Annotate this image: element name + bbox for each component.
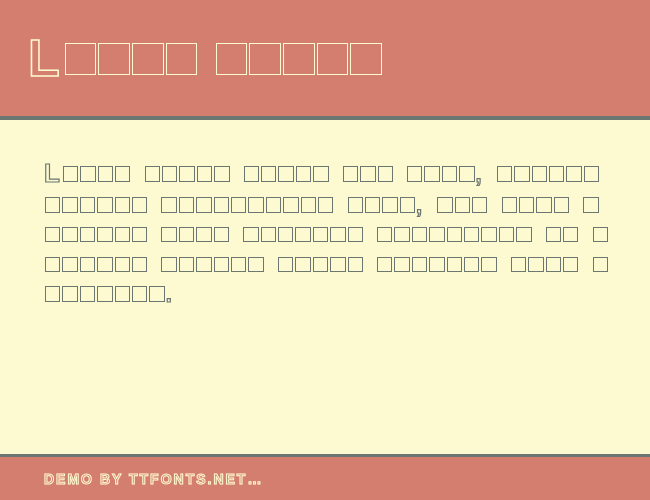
header-banner: L bbox=[0, 0, 650, 120]
page: L L , , . Demo by ttfonts.net… bbox=[0, 0, 650, 500]
footer-banner: Demo by ttfonts.net… bbox=[0, 454, 650, 500]
body-paragraph: L , , . bbox=[44, 156, 610, 310]
body-area: L , , . bbox=[0, 120, 650, 454]
footer-credit: Demo by ttfonts.net… bbox=[44, 471, 263, 487]
header-title: L bbox=[28, 28, 383, 88]
